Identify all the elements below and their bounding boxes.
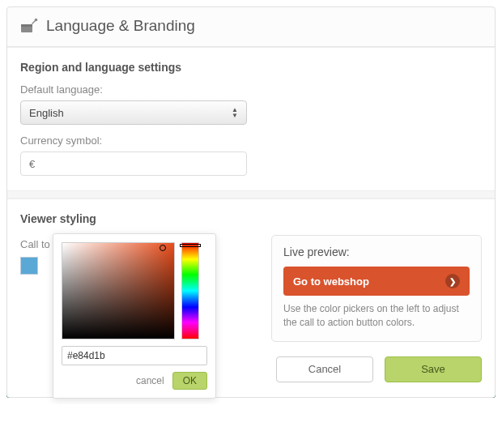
viewer-styling-section: Viewer styling Call to action button bac…: [7, 198, 495, 345]
settings-panel: Language & Branding Region and language …: [6, 6, 496, 398]
default-language-value: English: [29, 107, 64, 119]
panel-header: Language & Branding: [7, 7, 495, 47]
color-picker-ok-button[interactable]: OK: [172, 372, 207, 390]
currency-symbol-label: Currency symbol:: [20, 134, 482, 147]
cta-bg-color-swatch[interactable]: [20, 257, 38, 275]
color-picker-hue-slider[interactable]: [181, 242, 199, 339]
default-language-label: Default language:: [20, 83, 482, 96]
color-picker-hex-input[interactable]: [62, 346, 207, 365]
viewer-section-title: Viewer styling: [20, 212, 482, 225]
color-picker-popover: cancel OK: [53, 233, 216, 399]
updown-icon: ▲▼: [228, 105, 241, 121]
currency-symbol-input[interactable]: [20, 151, 247, 176]
live-preview-help-text: Use the color pickers on the left to adj…: [283, 302, 470, 330]
paint-bucket-icon: [20, 18, 38, 34]
default-language-select[interactable]: English ▲▼: [20, 100, 247, 125]
svg-rect-1: [21, 24, 32, 27]
color-picker-saturation-panel[interactable]: [62, 242, 175, 339]
live-preview-title: Live preview:: [283, 245, 470, 258]
chevron-right-icon: ❯: [445, 274, 460, 288]
sv-cursor-icon: [160, 245, 166, 251]
region-section-title: Region and language settings: [20, 61, 482, 74]
cta-preview-button[interactable]: Go to webshop ❯: [283, 267, 470, 296]
save-button[interactable]: Save: [385, 356, 482, 382]
hue-cursor-icon: [180, 244, 201, 247]
live-preview-box: Live preview: Go to webshop ❯ Use the co…: [271, 235, 482, 342]
cancel-button[interactable]: Cancel: [276, 356, 373, 382]
region-section: Region and language settings Default lan…: [7, 47, 495, 190]
svg-point-2: [35, 19, 38, 22]
color-picker-cancel-link[interactable]: cancel: [136, 375, 164, 386]
section-divider: [7, 190, 495, 198]
cta-preview-label: Go to webshop: [293, 275, 369, 288]
page-title: Language & Branding: [46, 17, 195, 35]
